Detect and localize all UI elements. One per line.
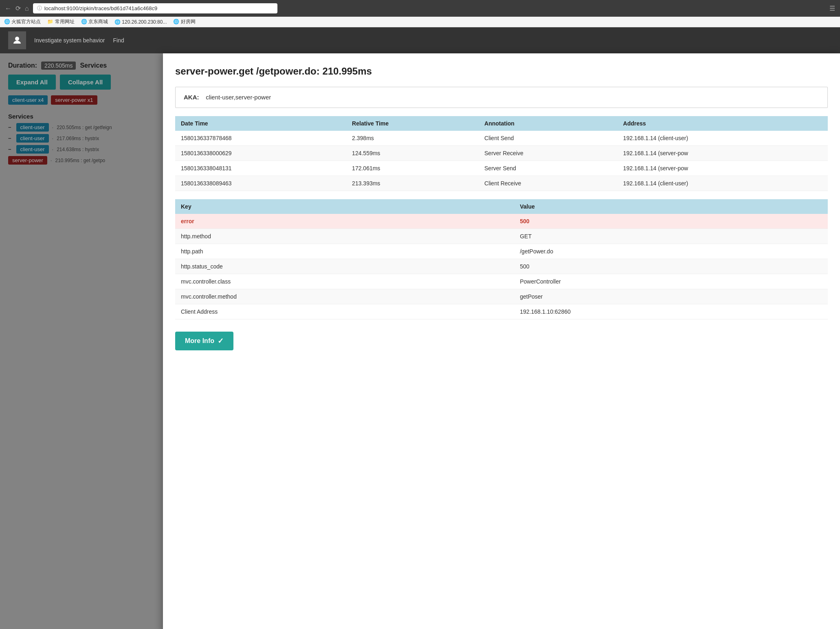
cell-reltime-3: 172.061ms xyxy=(346,161,479,176)
modal-panel: server-power.get /getpower.do: 210.995ms… xyxy=(163,53,840,629)
bookmark-house[interactable]: 🌐 好房网 xyxy=(173,18,195,25)
modal-overlay: server-power.get /getpower.do: 210.995ms… xyxy=(0,53,840,629)
cell-annotation-4: Client Receive xyxy=(479,176,618,191)
url-text: localhost:9100/zipkin/traces/bd61d741a6c… xyxy=(44,5,158,11)
bookmark-ip[interactable]: 🌐 120.26.200.230:80... xyxy=(114,18,167,25)
tag-key-method: http.method xyxy=(175,229,514,244)
cell-datetime-1: 1580136337878468 xyxy=(175,131,346,146)
cell-address-4: 192.168.1.14 (client-user) xyxy=(618,176,828,191)
annotation-row-1: 1580136337878468 2.398ms Client Send 192… xyxy=(175,131,828,146)
aka-box: AKA: client-user,server-power xyxy=(175,87,828,108)
cell-reltime-4: 213.393ms xyxy=(346,176,479,191)
cell-address-3: 192.168.1.14 (server-pow xyxy=(618,161,828,176)
col-key: Key xyxy=(175,199,514,214)
tag-val-controller-method: getPoser xyxy=(514,289,828,304)
main-area: Duration: 220.505ms Services Expand All … xyxy=(0,53,840,629)
cell-address-1: 192.168.1.14 (client-user) xyxy=(618,131,828,146)
tag-val-client-address: 192.168.1.10:62860 xyxy=(514,304,828,319)
aka-row: AKA: client-user,server-power xyxy=(184,94,271,101)
bookmark-jd[interactable]: 🌐 京东商城 xyxy=(81,18,108,25)
tag-row-controller-class: mvc.controller.class PowerController xyxy=(175,274,828,289)
bookmark-common[interactable]: 📁 常用网址 xyxy=(47,18,74,25)
tag-val-error: 500 xyxy=(514,214,828,229)
bookmark-foxfire[interactable]: 🌐 火狐官方站点 xyxy=(4,18,41,25)
address-bar[interactable]: ⓘ localhost:9100/zipkin/traces/bd61d741a… xyxy=(33,3,277,13)
cell-reltime-2: 124.559ms xyxy=(346,146,479,161)
home-button[interactable]: ⌂ xyxy=(25,5,29,12)
cell-datetime-4: 1580136338089463 xyxy=(175,176,346,191)
cell-reltime-1: 2.398ms xyxy=(346,131,479,146)
annotations-table: Date Time Relative Time Annotation Addre… xyxy=(175,116,828,191)
info-icon: ⓘ xyxy=(37,5,42,12)
tags-table-header: Key Value xyxy=(175,199,828,214)
tag-row-controller-method: mvc.controller.method getPoser xyxy=(175,289,828,304)
annotation-row-2: 1580136338000629 124.559ms Server Receiv… xyxy=(175,146,828,161)
nav-find[interactable]: Find xyxy=(113,37,124,44)
tag-key-controller-method: mvc.controller.method xyxy=(175,289,514,304)
cell-datetime-2: 1580136338000629 xyxy=(175,146,346,161)
annotation-row-4: 1580136338089463 213.393ms Client Receiv… xyxy=(175,176,828,191)
aka-value: client-user,server-power xyxy=(206,94,271,101)
aka-label: AKA: xyxy=(184,94,199,101)
tag-key-error: error xyxy=(175,214,514,229)
tag-row-path: http.path /getPower.do xyxy=(175,244,828,259)
tag-row-error: error 500 xyxy=(175,214,828,229)
app-header: Investigate system behavior Find xyxy=(0,27,840,53)
tags-table-body: error 500 http.method GET http.path /get… xyxy=(175,214,828,319)
extensions-icon: ☰ xyxy=(829,4,835,12)
col-address: Address xyxy=(618,116,828,131)
browser-chrome: ← ⟳ ⌂ ⓘ localhost:9100/zipkin/traces/bd6… xyxy=(0,0,840,17)
more-info-label: More Info xyxy=(185,337,214,345)
cell-annotation-3: Server Send xyxy=(479,161,618,176)
cell-address-2: 192.168.1.14 (server-pow xyxy=(618,146,828,161)
col-annotation: Annotation xyxy=(479,116,618,131)
bookmarks-bar: 🌐 火狐官方站点 📁 常用网址 🌐 京东商城 🌐 120.26.200.230:… xyxy=(0,17,840,27)
annotations-table-body: 1580136337878468 2.398ms Client Send 192… xyxy=(175,131,828,191)
tag-key-path: http.path xyxy=(175,244,514,259)
svg-point-0 xyxy=(15,37,19,41)
tag-row-status: http.status_code 500 xyxy=(175,259,828,274)
tag-key-client-address: Client Address xyxy=(175,304,514,319)
col-datetime: Date Time xyxy=(175,116,346,131)
tag-row-client-address: Client Address 192.168.1.10:62860 xyxy=(175,304,828,319)
cell-datetime-3: 1580136338048131 xyxy=(175,161,346,176)
tag-key-controller-class: mvc.controller.class xyxy=(175,274,514,289)
tag-val-path: /getPower.do xyxy=(514,244,828,259)
tags-table: Key Value error 500 http.method GET http… xyxy=(175,199,828,319)
tag-val-method: GET xyxy=(514,229,828,244)
forward-button[interactable]: ⟳ xyxy=(15,4,21,12)
tag-key-status: http.status_code xyxy=(175,259,514,274)
chevron-right-icon: ✓ xyxy=(218,336,224,345)
back-button[interactable]: ← xyxy=(5,5,11,12)
col-value: Value xyxy=(514,199,828,214)
tag-val-controller-class: PowerController xyxy=(514,274,828,289)
modal-title: server-power.get /getpower.do: 210.995ms xyxy=(175,66,828,77)
cell-annotation-2: Server Receive xyxy=(479,146,618,161)
tag-row-method: http.method GET xyxy=(175,229,828,244)
app-logo xyxy=(8,31,26,49)
more-info-button[interactable]: More Info ✓ xyxy=(175,332,233,350)
col-relative-time: Relative Time xyxy=(346,116,479,131)
cell-annotation-1: Client Send xyxy=(479,131,618,146)
annotations-table-header: Date Time Relative Time Annotation Addre… xyxy=(175,116,828,131)
nav-investigate[interactable]: Investigate system behavior xyxy=(34,37,105,44)
tag-val-status: 500 xyxy=(514,259,828,274)
annotation-row-3: 1580136338048131 172.061ms Server Send 1… xyxy=(175,161,828,176)
